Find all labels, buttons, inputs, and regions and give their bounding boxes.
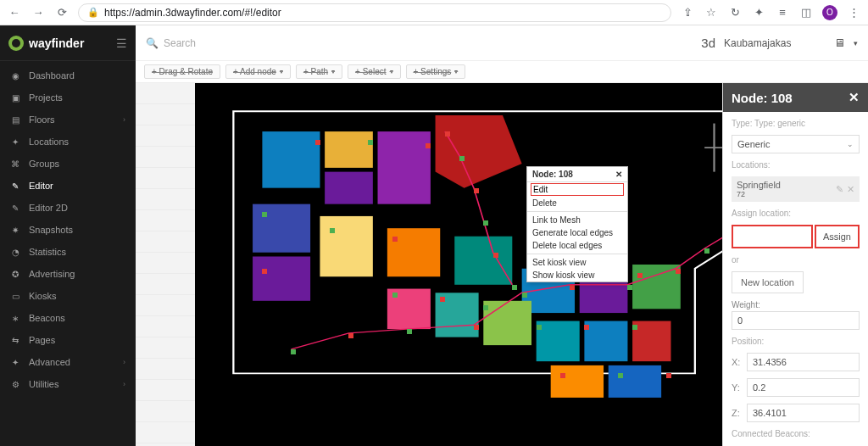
node-handle[interactable]	[584, 325, 589, 330]
ctx-edit[interactable]: Edit	[531, 183, 624, 196]
sidebar-item-advanced[interactable]: ✦Advanced›	[0, 351, 136, 373]
remove-icon[interactable]: ✕	[847, 184, 854, 195]
new-location-button[interactable]: New location	[732, 271, 804, 293]
node-handle[interactable]	[627, 285, 632, 290]
assign-button[interactable]: Assign	[815, 225, 860, 248]
close-icon[interactable]: ✕	[615, 170, 622, 179]
ctx-set-kiosk-view[interactable]: Set kiosk view	[527, 256, 627, 269]
node-handle[interactable]	[330, 228, 335, 233]
node-handle[interactable]	[512, 285, 517, 290]
search-input[interactable]: 🔍 Search	[146, 37, 693, 49]
sidebar-item-snapshots[interactable]: ✷Snapshots	[0, 219, 136, 241]
node-handle[interactable]	[618, 373, 623, 378]
assign-location-input[interactable]	[732, 225, 813, 248]
edit-icon[interactable]: ✎	[836, 184, 843, 195]
sidebar-item-statistics[interactable]: ◔Statistics	[0, 241, 136, 263]
ctx-delete-local-edges[interactable]: Delete local edges	[527, 239, 627, 252]
node-handle[interactable]	[522, 293, 527, 298]
node-handle[interactable]	[676, 269, 681, 274]
node-handle[interactable]	[474, 188, 479, 193]
sidebar-item-dashboard[interactable]: ◉Dashboard	[0, 64, 136, 86]
mode-label[interactable]: 3d	[701, 36, 715, 50]
sidebar-item-floors[interactable]: ▤Floors›	[0, 109, 136, 131]
project-name[interactable]: Kaubamajakas	[724, 37, 826, 49]
type-select[interactable]: Generic ⌄	[732, 135, 860, 153]
close-icon[interactable]: ✕	[849, 90, 860, 105]
node-handle[interactable]	[666, 373, 671, 378]
node-handle[interactable]	[560, 373, 565, 378]
tool-select[interactable]: + Select▾	[348, 64, 400, 79]
kebab-icon[interactable]: ⋮	[846, 6, 861, 19]
tool-drag-rotate[interactable]: + Drag & Rotate	[144, 64, 220, 79]
node-handle[interactable]	[315, 140, 320, 145]
tool-path[interactable]: + Path▾	[296, 64, 342, 79]
z-input[interactable]: 36.4101	[747, 404, 860, 422]
node-handle[interactable]	[493, 253, 498, 258]
context-menu: Node: 108 ✕ EditDeleteLink to MeshGenera…	[526, 166, 628, 282]
node-handle[interactable]	[474, 325, 479, 330]
refresh-ext-icon[interactable]: ↻	[727, 6, 743, 19]
node-handle[interactable]	[262, 269, 267, 274]
node-handle[interactable]	[368, 140, 373, 145]
y-input[interactable]: 0.2	[747, 378, 860, 397]
node-handle[interactable]	[570, 285, 575, 290]
sidebar-item-editor[interactable]: ✎Editor	[0, 175, 136, 197]
logo[interactable]: wayfinder ☰	[0, 25, 136, 61]
locations-label: Locations:	[732, 160, 860, 170]
dropdown-icon[interactable]: ▾	[854, 39, 858, 47]
weight-input[interactable]: 0	[732, 311, 860, 330]
sidebar-item-advertising[interactable]: ✪Advertising	[0, 263, 136, 285]
node-handle[interactable]	[537, 325, 542, 330]
ctx-link-to-mesh[interactable]: Link to Mesh	[527, 214, 627, 226]
assign-label: Assign location:	[732, 209, 860, 218]
node-handle[interactable]	[392, 293, 398, 298]
x-input[interactable]: 31.4356	[747, 353, 860, 371]
snapshots-icon: ✷	[10, 226, 20, 235]
address-bar[interactable]: 🔒 https://admin.3dwayfinder.com/#!/edito…	[78, 3, 671, 22]
node-handle[interactable]	[445, 131, 450, 137]
sidebar-item-utilities[interactable]: ⚙Utilities›	[0, 373, 136, 395]
svg-rect-0	[262, 131, 320, 188]
node-handle[interactable]	[440, 297, 445, 302]
profile-avatar[interactable]: O	[822, 5, 837, 20]
node-handle[interactable]	[459, 156, 465, 161]
node-handle[interactable]	[291, 349, 296, 354]
tool-settings[interactable]: + Settings▾	[406, 64, 466, 79]
back-icon[interactable]: ←	[7, 6, 22, 19]
reload-icon[interactable]: ⟳	[54, 6, 70, 19]
extension-icon[interactable]: ✦	[751, 6, 766, 19]
sidebar-item-locations[interactable]: ✦Locations	[0, 131, 136, 153]
ctx-generate-local-edges[interactable]: Generate local edges	[527, 226, 627, 239]
sidebar-item-kiosks[interactable]: ▭Kiosks	[0, 285, 136, 307]
node-handle[interactable]	[392, 237, 398, 242]
sidebar-item-label: Statistics	[29, 247, 66, 257]
node-handle[interactable]	[704, 248, 709, 254]
hamburger-icon[interactable]: ☰	[116, 36, 127, 50]
url-text: https://admin.3dwayfinder.com/#!/editor	[104, 7, 281, 19]
sidebar-item-groups[interactable]: ⌘Groups	[0, 153, 136, 175]
star-icon[interactable]: ☆	[704, 6, 719, 19]
sidebar-item-beacons[interactable]: ∗Beacons	[0, 307, 136, 329]
location-name: Springfield	[737, 180, 832, 190]
node-handle[interactable]	[348, 333, 353, 338]
share-icon[interactable]: ⇪	[680, 6, 695, 19]
sidebar-item-projects[interactable]: ▣Projects	[0, 86, 136, 109]
node-handle[interactable]	[483, 220, 488, 226]
node-handle[interactable]	[262, 212, 267, 217]
node-handle[interactable]	[426, 143, 431, 148]
ctx-delete[interactable]: Delete	[527, 197, 627, 209]
ctx-show-kiosk-view[interactable]: Show kiosk view	[527, 269, 627, 282]
sidebar-item-pages[interactable]: ⇆Pages	[0, 329, 136, 351]
monitor-icon[interactable]: 🖥	[834, 36, 845, 49]
sidebar-item-editor-2d[interactable]: ✎Editor 2D	[0, 197, 136, 219]
node-handle[interactable]	[407, 329, 412, 334]
sidebar-item-label: Advanced	[29, 357, 70, 367]
sidebar-item-label: Locations	[29, 137, 69, 147]
node-handle[interactable]	[637, 273, 643, 278]
panel-icon[interactable]: ◫	[798, 6, 814, 19]
node-handle[interactable]	[483, 305, 488, 310]
node-handle[interactable]	[632, 325, 637, 330]
list-icon[interactable]: ≡	[775, 6, 790, 19]
tool-add-node[interactable]: + Add node▾	[225, 64, 291, 79]
forward-icon[interactable]: →	[31, 6, 46, 19]
